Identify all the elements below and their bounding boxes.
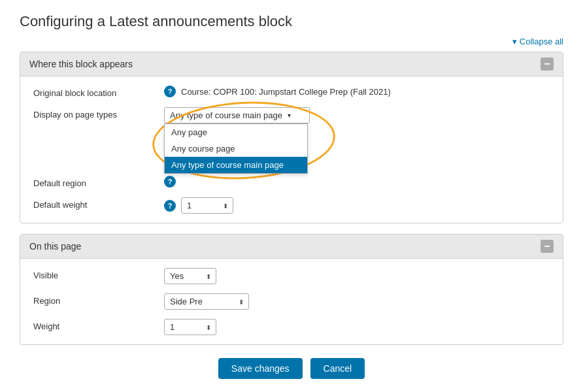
original-block-location-value: Course: COPR 100: Jumpstart College Prep… — [181, 87, 391, 97]
region-dropdown-wrapper: Side Pre Side Post Main ⬍ — [164, 293, 249, 310]
visible-row: Visible Yes No ⬍ — [33, 268, 550, 284]
section-where-title: Where this block appears — [29, 59, 133, 69]
cancel-button[interactable]: Cancel — [310, 358, 365, 379]
region-label: Region — [33, 293, 164, 306]
default-weight-row: Default weight ? 1 2 3 ⬍ — [33, 197, 550, 214]
default-weight-label: Default weight — [33, 197, 164, 210]
weight-row: Weight 1 2 3 ⬍ — [33, 319, 550, 335]
default-region-row: Default region ? — [33, 176, 550, 188]
original-block-location-label: Original block location — [33, 86, 164, 98]
display-on-page-types-label: Display on page types — [33, 107, 164, 120]
default-region-label: Default region — [33, 176, 164, 188]
region-row: Region Side Pre Side Post Main ⬍ — [33, 293, 550, 310]
weight-select[interactable]: 1 2 3 — [164, 319, 216, 335]
save-changes-button[interactable]: Save changes — [218, 358, 303, 379]
display-on-page-types-dropdown-container: Any type of course main page ▾ Any page … — [164, 107, 310, 123]
default-region-help-icon[interactable]: ? — [164, 176, 176, 188]
dropdown-option-any-page[interactable]: Any page — [165, 124, 307, 140]
visible-dropdown-wrapper: Yes No ⬍ — [164, 268, 216, 284]
section-on-this-page-header: On this page − — [20, 235, 563, 259]
chevron-down-icon: ▾ — [512, 37, 517, 46]
section-on-this-page-title: On this page — [29, 241, 81, 252]
default-region-control: ? — [164, 176, 550, 188]
visible-select[interactable]: Yes No — [164, 268, 216, 284]
dropdown-option-any-course-page[interactable]: Any course page — [165, 140, 307, 157]
original-block-location-value-wrap: ? Course: COPR 100: Jumpstart College Pr… — [164, 86, 550, 97]
weight-dropdown-wrapper: 1 2 3 ⬍ — [164, 319, 216, 335]
page-title: Configuring a Latest announcements block — [20, 13, 563, 30]
section-where-header: Where this block appears − — [20, 52, 563, 76]
display-on-page-types-control: Any type of course main page ▾ Any page … — [164, 107, 550, 123]
default-weight-dropdown-wrapper: 1 2 3 ⬍ — [181, 197, 233, 214]
collapse-all-label: Collapse all — [520, 37, 563, 46]
default-weight-control: ? 1 2 3 ⬍ — [164, 197, 550, 214]
section-where-body: Original block location ? Course: COPR 1… — [20, 76, 563, 223]
region-control: Side Pre Side Post Main ⬍ — [164, 293, 550, 310]
section-where-block-appears: Where this block appears − Original bloc… — [20, 52, 563, 223]
default-weight-select[interactable]: 1 2 3 — [181, 197, 233, 214]
display-on-page-types-select[interactable]: Any type of course main page ▾ — [164, 107, 310, 123]
section-where-collapse-button[interactable]: − — [541, 57, 554, 71]
region-select[interactable]: Side Pre Side Post Main — [164, 293, 249, 310]
collapse-all-link[interactable]: ▾ Collapse all — [512, 37, 563, 46]
dropdown-arrow-icon: ▾ — [288, 112, 291, 119]
visible-label: Visible — [33, 268, 164, 280]
weight-control: 1 2 3 ⬍ — [164, 319, 550, 335]
default-weight-help-icon[interactable]: ? — [164, 200, 176, 212]
display-on-page-types-row: Display on page types Any type of course… — [33, 107, 550, 123]
dropdown-selected-value: Any type of course main page — [170, 110, 282, 120]
original-block-location-help-icon[interactable]: ? — [164, 86, 176, 97]
visible-control: Yes No ⬍ — [164, 268, 550, 284]
display-on-page-types-dropdown-list: Any page Any course page Any type of cou… — [164, 123, 308, 174]
dropdown-option-any-type-course-main[interactable]: Any type of course main page — [165, 157, 307, 173]
section-on-this-page: On this page − Visible Yes No ⬍ Region — [20, 234, 563, 345]
original-block-location-row: Original block location ? Course: COPR 1… — [33, 86, 550, 98]
section-on-this-page-collapse-button[interactable]: − — [541, 240, 554, 253]
weight-label: Weight — [33, 319, 164, 331]
section-on-this-page-body: Visible Yes No ⬍ Region Side Pre Side P — [20, 259, 563, 344]
footer-buttons: Save changes Cancel — [20, 358, 563, 379]
